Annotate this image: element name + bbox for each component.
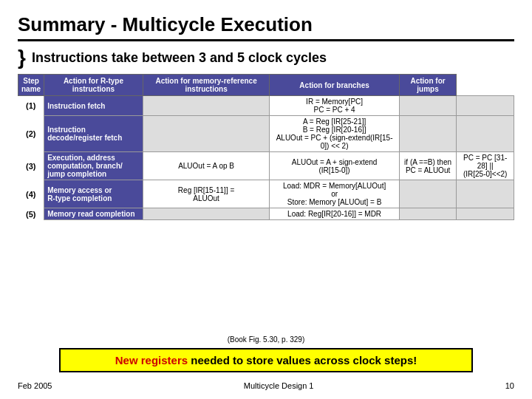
highlight-colored: New registers xyxy=(115,354,188,366)
page: Summary - Multicycle Execution } Instruc… xyxy=(0,0,532,399)
highlight-post: needed to store values across clock step… xyxy=(188,354,417,366)
col-header-memref: Action for memory-reference instructions xyxy=(143,75,270,96)
col-header-rtype: Action for R-type instructions xyxy=(44,75,143,96)
jumps-2 xyxy=(457,116,514,152)
col-header-branches: Action for branches xyxy=(270,75,399,96)
memref-1: IR = Memory[PC] PC = PC + 4 xyxy=(270,96,399,116)
memref-2: A = Reg [IR[25-21]] B = Reg [IR[20-16]] … xyxy=(270,116,399,152)
memref-3: ALUOut = A + sign-extend (IR[15-0]) xyxy=(270,152,399,180)
table-wrapper: Step name Action for R-type instructions… xyxy=(18,74,514,332)
highlight-container: New registers needed to store values acr… xyxy=(18,348,514,378)
col-header-step: Step name xyxy=(18,75,44,96)
rtype-2 xyxy=(143,116,270,152)
rtype-5 xyxy=(143,208,270,220)
footer-left: Feb 2005 xyxy=(18,381,52,390)
branches-4 xyxy=(399,180,457,208)
jumps-1 xyxy=(457,96,514,116)
page-title: Summary - Multicycle Execution xyxy=(18,13,514,36)
jumps-4 xyxy=(457,180,514,208)
row-num-5: (5) xyxy=(18,208,44,220)
memref-4: Load: MDR = Memory[ALUOut] or Store: Mem… xyxy=(270,180,399,208)
step-name-5: Memory read completion xyxy=(44,208,143,220)
rtype-1 xyxy=(143,96,270,116)
row-num-4: (4) xyxy=(18,180,44,208)
footer: Feb 2005 Multicycle Design 1 10 xyxy=(18,378,514,390)
memref-5: Load: Reg[IR[20-16]] = MDR xyxy=(270,208,399,220)
multicycle-table: Step name Action for R-type instructions… xyxy=(18,74,514,220)
row-num-3: (3) xyxy=(18,152,44,180)
jumps-5 xyxy=(457,208,514,220)
subtitle-text: Instructions take between 3 and 5 clock … xyxy=(32,50,327,66)
step-name-4: Memory access or R-type completion xyxy=(44,180,143,208)
branches-2 xyxy=(399,116,457,152)
step-name-2: Instruction decode/register fetch xyxy=(44,116,143,152)
table-row: (3)Execution, address computation, branc… xyxy=(18,152,514,180)
table-caption: (Book Fig. 5.30, p. 329) xyxy=(18,335,514,344)
rtype-4: Reg [IR[15-11]] = ALUOut xyxy=(143,180,270,208)
step-name-1: Instruction fetch xyxy=(44,96,143,116)
row-num-1: (1) xyxy=(18,96,44,116)
col-header-jumps: Action for jumps xyxy=(399,75,457,96)
branches-1 xyxy=(399,96,457,116)
subtitle-row: } Instructions take between 3 and 5 cloc… xyxy=(18,47,514,68)
table-row: (5)Memory read completionLoad: Reg[IR[20… xyxy=(18,208,514,220)
branches-5 xyxy=(399,208,457,220)
brace-icon: } xyxy=(18,47,26,68)
table-row: (1)Instruction fetchIR = Memory[PC] PC =… xyxy=(18,96,514,116)
table-row: (2)Instruction decode/register fetchA = … xyxy=(18,116,514,152)
rtype-3: ALUOut = A op B xyxy=(143,152,270,180)
jumps-3: PC = PC [31-28] || (IR[25-0]<<2) xyxy=(457,152,514,180)
footer-right: 10 xyxy=(505,381,514,390)
title-divider xyxy=(18,39,514,41)
step-name-3: Execution, address computation, branch/ … xyxy=(44,152,143,180)
table-row: (4)Memory access or R-type completionReg… xyxy=(18,180,514,208)
row-num-2: (2) xyxy=(18,116,44,152)
highlight-box: New registers needed to store values acr… xyxy=(59,348,473,372)
footer-center: Multicycle Design 1 xyxy=(244,381,314,390)
branches-3: if (A ==B) then PC = ALUOut xyxy=(399,152,457,180)
